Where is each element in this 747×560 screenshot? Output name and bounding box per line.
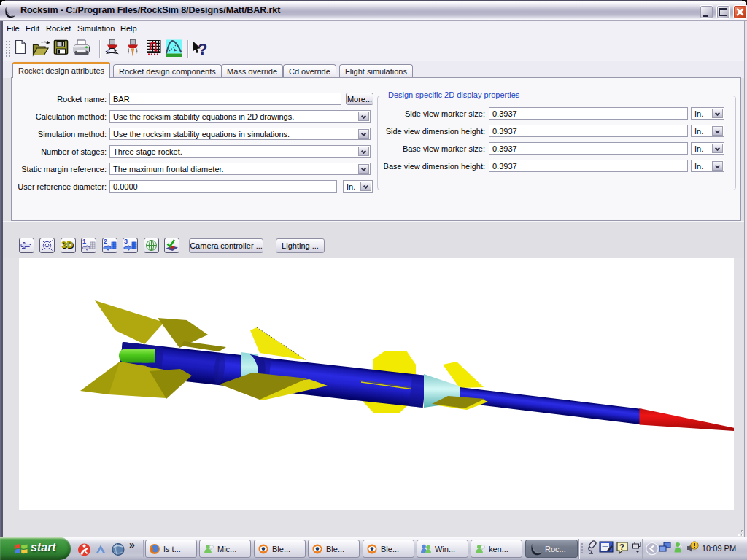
svg-text:1: 1 [82, 238, 86, 245]
svg-text:3D: 3D [61, 239, 74, 250]
svg-text:?: ? [619, 542, 624, 551]
svg-text:3: 3 [124, 238, 128, 245]
svg-text:»: » [129, 539, 135, 551]
svg-text:?: ? [198, 40, 207, 58]
svg-text:2: 2 [104, 238, 107, 245]
